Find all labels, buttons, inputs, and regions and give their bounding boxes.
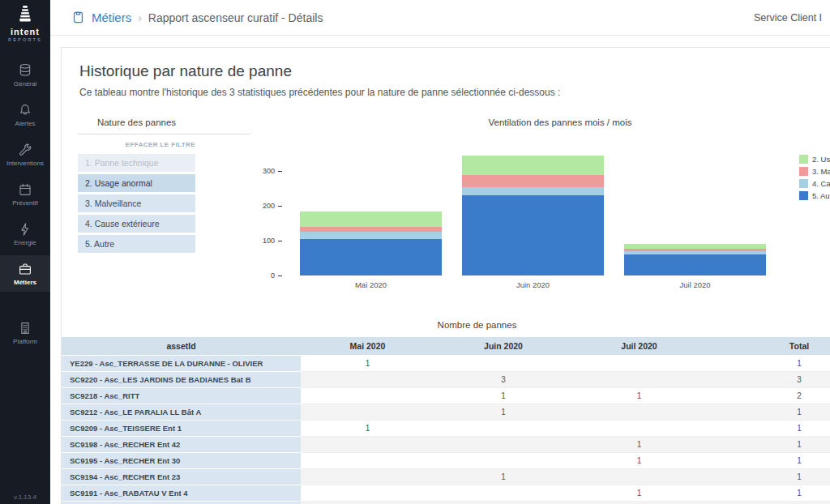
bar-segment: [624, 254, 766, 275]
filter-item-3[interactable]: 3. Malveillance: [78, 194, 195, 212]
asset-id-cell: SC9212 - Asc_LE PARALIA LL Bât A: [62, 404, 301, 421]
legend-swatch: [799, 155, 808, 164]
value-cell: [301, 372, 434, 388]
value-cell: 1: [706, 356, 830, 372]
pannes-table: assetIdMai 2020Juin 2020Juil 2020Total Y…: [62, 337, 830, 504]
asset-id-cell: SC9195 - Asc_RECHER Ent 30: [62, 453, 301, 469]
sidebar-item-label: Platform: [13, 338, 37, 345]
sidebar-item-metiers[interactable]: Métiers: [0, 255, 50, 292]
value-cell: 2: [706, 388, 830, 404]
table-section: Nombre de pannes assetIdMai 2020Juin 202…: [62, 320, 830, 504]
bar-segment: [462, 187, 604, 196]
asset-id-cell: SC9194 - Asc_RECHER Ent 23: [62, 469, 301, 485]
column-header-4: Total: [706, 337, 830, 356]
value-cell: 1: [301, 356, 434, 372]
filter-chart-section: Nature des pannes EFFACER LE FILTRE 1. P…: [62, 117, 830, 294]
sidebar-item-label: Alertes: [15, 120, 36, 127]
filter-item-5[interactable]: 5. Autre: [78, 235, 195, 253]
value-cell: 3: [706, 372, 830, 388]
table-row: SC9220 - Asc_LES JARDINS DE BADIANES Bat…: [62, 372, 830, 388]
filter-panel: Nature des pannes EFFACER LE FILTRE 1. P…: [78, 117, 250, 294]
building-icon: [18, 321, 32, 335]
value-cell: [301, 469, 434, 485]
legend-item: 3. Malveillance: [799, 167, 830, 176]
sidebar-item-label: Métiers: [14, 279, 36, 286]
asset-id-cell: SC9218 - Asc_RITT: [62, 388, 301, 404]
sidebar-item-preventif[interactable]: Préventif: [0, 176, 50, 212]
content-area: Historique par nature de panne Ce tablea…: [50, 36, 830, 504]
value-cell: 1: [706, 404, 830, 421]
breadcrumb-current: Rapport ascenseur curatif - Détails: [148, 11, 323, 24]
value-cell: 1: [434, 469, 572, 485]
bar-segment: [300, 232, 442, 239]
table-row: SC9209 - Asc_TEISSERE Ent 111: [62, 421, 830, 437]
page-title: Historique par nature de panne: [79, 62, 830, 80]
y-axis-tick: 0: [248, 271, 282, 280]
column-header-assetid: assetId: [62, 337, 301, 356]
sidebar-item-general[interactable]: Général: [0, 57, 50, 93]
bell-icon: [18, 103, 32, 117]
stacked-bar-3: [624, 244, 766, 275]
filter-list: 1. Panne technique2. Usage anormal3. Mal…: [78, 154, 250, 253]
stacked-bar-2: [462, 156, 604, 275]
column-header-3: Juil 2020: [572, 337, 706, 356]
main-area: Métiers › Rapport ascenseur curatif - Dé…: [50, 0, 830, 504]
table-row: SC9212 - Asc_LE PARALIA LL Bât A11: [62, 404, 830, 421]
table-row: SC9198 - Asc_RECHER Ent 4211: [62, 437, 830, 453]
filter-item-1[interactable]: 1. Panne technique: [78, 154, 195, 172]
value-cell: [434, 485, 572, 502]
intent-logo-icon: [15, 11, 35, 25]
legend-label: 3. Malveillance: [812, 167, 830, 176]
app-logo[interactable]: intent REPORTS: [0, 0, 50, 45]
sidebar-nav: GénéralAlertesInterventionsPréventifEner…: [0, 53, 50, 351]
legend-label: 5. Autre: [812, 191, 830, 200]
value-cell: 1: [434, 388, 572, 404]
logo-subtitle: REPORTS: [0, 37, 50, 42]
sidebar-item-platform[interactable]: Platform: [0, 314, 50, 351]
value-cell: 1: [572, 485, 706, 502]
table-body: YE229 - Asc_TERRASSE DE LA DURANNE - OLI…: [62, 356, 830, 504]
value-cell: [301, 485, 434, 502]
sidebar-item-label: Général: [14, 80, 36, 88]
legend-item: 2. Usage anormal: [799, 155, 830, 164]
stacked-bar-1: [300, 211, 442, 275]
value-cell: [572, 469, 706, 485]
lightning-icon: [18, 222, 32, 237]
value-cell: 1: [572, 388, 706, 404]
filter-title: Nature des pannes: [78, 117, 195, 127]
service-client-label[interactable]: Service Client I: [754, 12, 822, 23]
clear-filter-button[interactable]: EFFACER LE FILTRE: [78, 141, 195, 148]
sidebar-item-alertes[interactable]: Alertes: [0, 96, 50, 133]
value-cell: [434, 356, 572, 372]
y-axis-tick: 100: [248, 236, 282, 246]
table-row: YE229 - Asc_TERRASSE DE LA DURANNE - OLI…: [62, 356, 830, 372]
sidebar-item-energie[interactable]: Energie: [0, 216, 50, 252]
legend-item: 4. Cause extérieure: [799, 179, 830, 188]
value-cell: [434, 421, 572, 437]
value-cell: 1: [301, 421, 434, 437]
filter-item-4[interactable]: 4. Cause extérieure: [78, 215, 195, 233]
filter-item-2[interactable]: 2. Usage anormal: [78, 174, 195, 192]
report-card: Historique par nature de panne Ce tablea…: [61, 47, 830, 504]
app-root: intent REPORTS GénéralAlertesInterventio…: [0, 0, 830, 504]
bar-segment: [462, 156, 604, 175]
table-row: SC9218 - Asc_RITT112: [62, 388, 830, 404]
x-axis-label: Juil 2020: [624, 280, 766, 289]
database-icon: [18, 63, 32, 78]
asset-id-cell: SC9191 - Asc_RABATAU V Ent 4: [62, 485, 301, 502]
value-cell: [572, 421, 706, 437]
value-cell: 1: [706, 485, 830, 502]
sidebar-item-interventions[interactable]: Interventions: [0, 136, 50, 173]
asset-id-cell: SC9198 - Asc_RECHER Ent 42: [62, 437, 301, 453]
value-cell: [572, 404, 706, 421]
asset-id-cell: SC9220 - Asc_LES JARDINS DE BADIANES Bat…: [62, 372, 301, 388]
column-header-1: Mai 2020: [301, 337, 434, 356]
value-cell: 1: [706, 469, 830, 485]
column-header-2: Juin 2020: [434, 337, 572, 356]
value-cell: 3: [434, 372, 572, 388]
value-cell: [301, 453, 434, 469]
sidebar-item-label: Interventions: [6, 160, 44, 167]
report-icon: [71, 11, 85, 24]
breadcrumb-section[interactable]: Métiers: [92, 11, 131, 24]
value-cell: [572, 356, 706, 372]
